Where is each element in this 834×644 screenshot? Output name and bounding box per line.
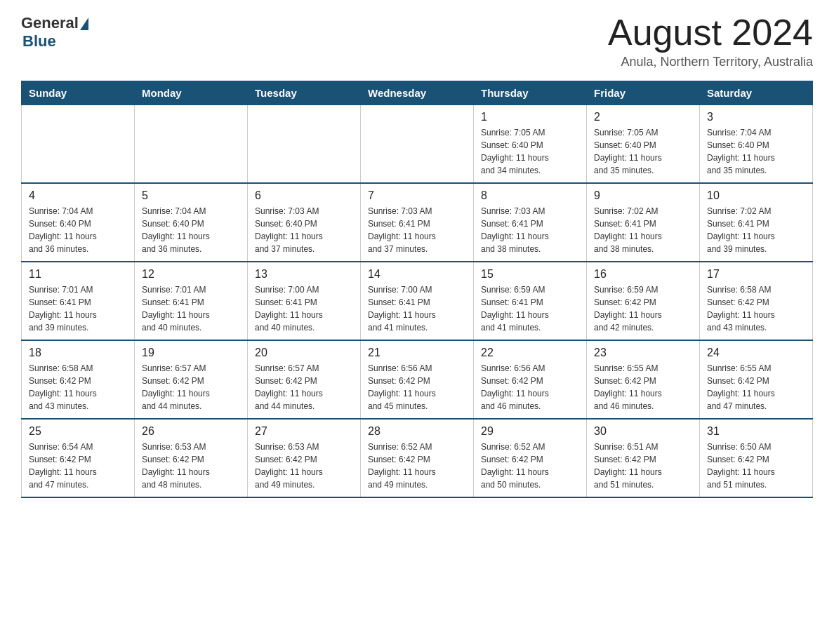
day-cell [22,105,135,184]
week-row-1: 1Sunrise: 7:05 AMSunset: 6:40 PMDaylight… [22,105,813,184]
day-info: Sunrise: 7:03 AMSunset: 6:41 PMDaylight:… [481,205,579,255]
day-cell: 26Sunrise: 6:53 AMSunset: 6:42 PMDayligh… [135,419,248,497]
day-number: 28 [368,425,466,438]
day-number: 24 [707,347,805,359]
day-cell: 7Sunrise: 7:03 AMSunset: 6:41 PMDaylight… [361,183,474,262]
day-number: 25 [29,425,127,438]
header-cell-friday: Friday [587,81,700,105]
day-info: Sunrise: 7:04 AMSunset: 6:40 PMDaylight:… [142,205,240,255]
day-number: 18 [29,347,127,359]
logo-general-text: General [21,14,79,32]
day-number: 11 [29,268,127,281]
day-number: 1 [481,111,579,123]
day-info: Sunrise: 7:02 AMSunset: 6:41 PMDaylight:… [707,205,805,255]
day-info: Sunrise: 6:53 AMSunset: 6:42 PMDaylight:… [255,441,353,491]
day-number: 13 [255,268,353,281]
title-area: August 2024 Anula, Northern Territory, A… [608,14,813,69]
day-cell: 3Sunrise: 7:04 AMSunset: 6:40 PMDaylight… [700,105,813,184]
day-cell: 8Sunrise: 7:03 AMSunset: 6:41 PMDaylight… [474,183,587,262]
day-cell: 23Sunrise: 6:55 AMSunset: 6:42 PMDayligh… [587,340,700,419]
day-cell [361,105,474,184]
day-number: 19 [142,347,240,359]
location-text: Anula, Northern Territory, Australia [608,55,813,69]
day-number: 31 [707,425,805,438]
day-number: 26 [142,425,240,438]
day-cell: 27Sunrise: 6:53 AMSunset: 6:42 PMDayligh… [248,419,361,497]
day-info: Sunrise: 6:57 AMSunset: 6:42 PMDaylight:… [255,362,353,412]
day-info: Sunrise: 6:58 AMSunset: 6:42 PMDaylight:… [707,283,805,334]
day-number: 7 [368,189,466,202]
day-info: Sunrise: 6:52 AMSunset: 6:42 PMDaylight:… [481,441,579,491]
day-info: Sunrise: 7:04 AMSunset: 6:40 PMDaylight:… [707,126,805,177]
day-info: Sunrise: 6:55 AMSunset: 6:42 PMDaylight:… [707,362,805,412]
day-cell: 14Sunrise: 7:00 AMSunset: 6:41 PMDayligh… [361,262,474,340]
day-cell: 17Sunrise: 6:58 AMSunset: 6:42 PMDayligh… [700,262,813,340]
day-number: 12 [142,268,240,281]
header-cell-monday: Monday [135,81,248,105]
day-info: Sunrise: 7:01 AMSunset: 6:41 PMDaylight:… [29,283,127,334]
day-info: Sunrise: 6:52 AMSunset: 6:42 PMDaylight:… [368,441,466,491]
day-cell [248,105,361,184]
day-number: 3 [707,111,805,123]
week-row-4: 18Sunrise: 6:58 AMSunset: 6:42 PMDayligh… [22,340,813,419]
day-cell: 24Sunrise: 6:55 AMSunset: 6:42 PMDayligh… [700,340,813,419]
day-cell: 15Sunrise: 6:59 AMSunset: 6:41 PMDayligh… [474,262,587,340]
day-cell: 4Sunrise: 7:04 AMSunset: 6:40 PMDaylight… [22,183,135,262]
week-row-5: 25Sunrise: 6:54 AMSunset: 6:42 PMDayligh… [22,419,813,497]
day-number: 29 [481,425,579,438]
calendar-body: 1Sunrise: 7:05 AMSunset: 6:40 PMDaylight… [22,105,813,498]
day-number: 21 [368,347,466,359]
day-number: 23 [594,347,692,359]
day-cell: 1Sunrise: 7:05 AMSunset: 6:40 PMDaylight… [474,105,587,184]
logo-triangle-icon [80,18,88,30]
day-number: 22 [481,347,579,359]
day-cell: 22Sunrise: 6:56 AMSunset: 6:42 PMDayligh… [474,340,587,419]
day-number: 5 [142,189,240,202]
day-number: 9 [594,189,692,202]
day-info: Sunrise: 7:05 AMSunset: 6:40 PMDaylight:… [594,126,692,177]
day-number: 20 [255,347,353,359]
day-info: Sunrise: 6:56 AMSunset: 6:42 PMDaylight:… [368,362,466,412]
header-cell-tuesday: Tuesday [248,81,361,105]
day-cell [135,105,248,184]
day-cell: 11Sunrise: 7:01 AMSunset: 6:41 PMDayligh… [22,262,135,340]
day-info: Sunrise: 6:51 AMSunset: 6:42 PMDaylight:… [594,441,692,491]
day-info: Sunrise: 6:57 AMSunset: 6:42 PMDaylight:… [142,362,240,412]
day-number: 15 [481,268,579,281]
week-row-3: 11Sunrise: 7:01 AMSunset: 6:41 PMDayligh… [22,262,813,340]
day-cell: 2Sunrise: 7:05 AMSunset: 6:40 PMDaylight… [587,105,700,184]
day-cell: 19Sunrise: 6:57 AMSunset: 6:42 PMDayligh… [135,340,248,419]
logo-blue-text: Blue [22,32,56,51]
day-cell: 13Sunrise: 7:00 AMSunset: 6:41 PMDayligh… [248,262,361,340]
day-number: 17 [707,268,805,281]
day-info: Sunrise: 7:03 AMSunset: 6:40 PMDaylight:… [255,205,353,255]
day-info: Sunrise: 6:50 AMSunset: 6:42 PMDaylight:… [707,441,805,491]
header-row: SundayMondayTuesdayWednesdayThursdayFrid… [22,81,813,105]
day-number: 16 [594,268,692,281]
day-info: Sunrise: 7:00 AMSunset: 6:41 PMDaylight:… [255,283,353,334]
header-cell-saturday: Saturday [700,81,813,105]
page-header: General Blue August 2024 Anula, Northern… [21,14,813,69]
day-info: Sunrise: 6:59 AMSunset: 6:42 PMDaylight:… [594,283,692,334]
header-cell-wednesday: Wednesday [361,81,474,105]
day-info: Sunrise: 6:53 AMSunset: 6:42 PMDaylight:… [142,441,240,491]
day-info: Sunrise: 7:04 AMSunset: 6:40 PMDaylight:… [29,205,127,255]
day-info: Sunrise: 6:59 AMSunset: 6:41 PMDaylight:… [481,283,579,334]
day-info: Sunrise: 7:02 AMSunset: 6:41 PMDaylight:… [594,205,692,255]
day-cell: 30Sunrise: 6:51 AMSunset: 6:42 PMDayligh… [587,419,700,497]
day-number: 6 [255,189,353,202]
logo: General Blue [21,14,88,51]
day-info: Sunrise: 6:58 AMSunset: 6:42 PMDaylight:… [29,362,127,412]
day-info: Sunrise: 7:05 AMSunset: 6:40 PMDaylight:… [481,126,579,177]
day-cell: 10Sunrise: 7:02 AMSunset: 6:41 PMDayligh… [700,183,813,262]
day-info: Sunrise: 6:55 AMSunset: 6:42 PMDaylight:… [594,362,692,412]
calendar-table: SundayMondayTuesdayWednesdayThursdayFrid… [21,81,813,498]
day-info: Sunrise: 7:00 AMSunset: 6:41 PMDaylight:… [368,283,466,334]
day-info: Sunrise: 6:54 AMSunset: 6:42 PMDaylight:… [29,441,127,491]
day-number: 27 [255,425,353,438]
day-cell: 12Sunrise: 7:01 AMSunset: 6:41 PMDayligh… [135,262,248,340]
week-row-2: 4Sunrise: 7:04 AMSunset: 6:40 PMDaylight… [22,183,813,262]
day-cell: 20Sunrise: 6:57 AMSunset: 6:42 PMDayligh… [248,340,361,419]
day-info: Sunrise: 7:01 AMSunset: 6:41 PMDaylight:… [142,283,240,334]
month-title: August 2024 [608,14,813,51]
